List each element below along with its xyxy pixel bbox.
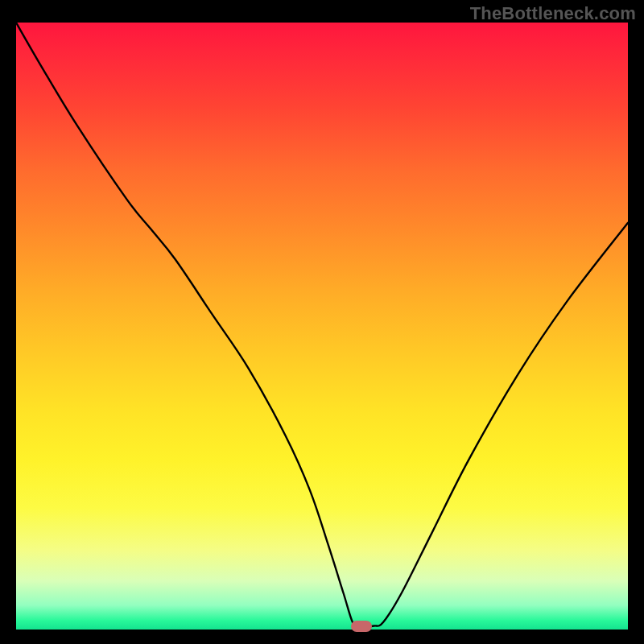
minimum-marker — [351, 621, 372, 632]
plot-area — [16, 23, 628, 630]
bottleneck-curve — [16, 23, 628, 630]
chart-frame: TheBottleneck.com — [0, 0, 644, 644]
watermark-text: TheBottleneck.com — [470, 3, 636, 24]
